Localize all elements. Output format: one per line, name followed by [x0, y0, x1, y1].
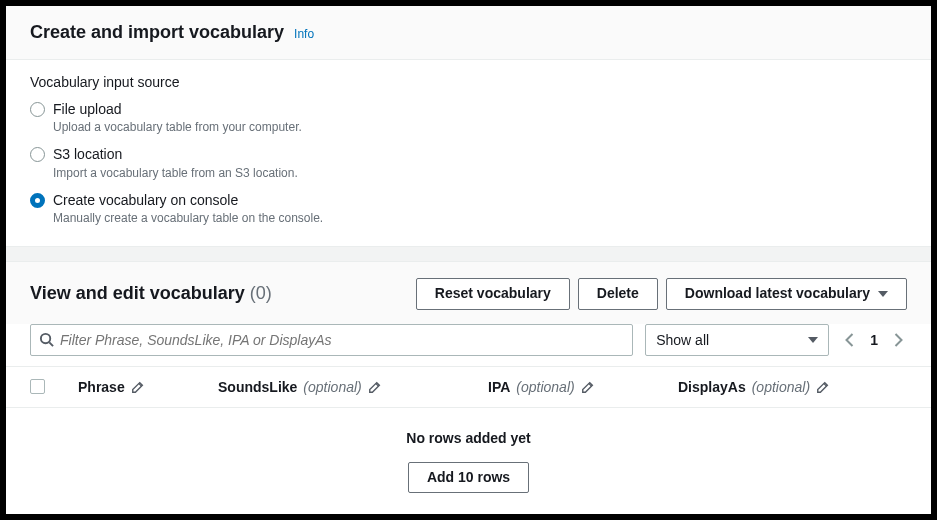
delete-button[interactable]: Delete [578, 278, 658, 310]
add-rows-button[interactable]: Add 10 rows [408, 462, 529, 494]
optional-label: (optional) [303, 379, 361, 395]
optional-label: (optional) [516, 379, 574, 395]
column-soundslike[interactable]: SoundsLike (optional) [218, 379, 488, 395]
radio-icon[interactable] [30, 102, 45, 117]
col-label: IPA [488, 379, 510, 395]
radio-desc: Upload a vocabulary table from your comp… [53, 119, 302, 135]
chevron-left-icon [845, 333, 854, 347]
view-edit-header: View and edit vocabulary (0) Reset vocab… [6, 262, 931, 324]
search-input-wrap[interactable] [30, 324, 633, 356]
edit-icon [816, 380, 830, 394]
chevron-down-icon [878, 291, 888, 297]
col-label: Phrase [78, 379, 125, 395]
radio-desc: Import a vocabulary table from an S3 loc… [53, 165, 298, 181]
empty-message: No rows added yet [30, 430, 907, 446]
column-ipa[interactable]: IPA (optional) [488, 379, 678, 395]
reset-vocabulary-button[interactable]: Reset vocabulary [416, 278, 570, 310]
download-label: Download latest vocabulary [685, 284, 870, 304]
empty-state: No rows added yet Add 10 rows [6, 408, 931, 514]
svg-line-1 [49, 343, 53, 347]
edit-icon [131, 380, 145, 394]
create-import-header: Create and import vocabulary Info [6, 6, 931, 60]
input-source-label: Vocabulary input source [30, 74, 907, 90]
table-header: Phrase SoundsLike (optional) IPA (option… [6, 366, 931, 408]
svg-point-0 [41, 334, 50, 343]
action-buttons: Reset vocabulary Delete Download latest … [416, 278, 907, 310]
radio-file-upload[interactable]: File upload Upload a vocabulary table fr… [30, 100, 907, 135]
download-latest-button[interactable]: Download latest vocabulary [666, 278, 907, 310]
next-page-button[interactable] [894, 333, 903, 347]
input-source-panel: Vocabulary input source File upload Uplo… [6, 60, 931, 246]
edit-icon [581, 380, 595, 394]
toolbar: Show all 1 [6, 324, 931, 366]
radio-create-on-console[interactable]: Create vocabulary on console Manually cr… [30, 191, 907, 226]
page-title: Create and import vocabulary [30, 22, 284, 43]
prev-page-button[interactable] [845, 333, 854, 347]
col-label: DisplayAs [678, 379, 746, 395]
chevron-down-icon [808, 337, 818, 343]
info-link[interactable]: Info [294, 27, 314, 41]
optional-label: (optional) [752, 379, 810, 395]
filter-value: Show all [656, 332, 709, 348]
radio-title: Create vocabulary on console [53, 191, 323, 209]
search-icon [39, 332, 54, 347]
select-all-checkbox[interactable] [30, 379, 45, 394]
col-label: SoundsLike [218, 379, 297, 395]
radio-s3-location[interactable]: S3 location Import a vocabulary table fr… [30, 145, 907, 180]
select-all-column [30, 379, 78, 394]
chevron-right-icon [894, 333, 903, 347]
section-divider [6, 246, 931, 262]
radio-icon[interactable] [30, 193, 45, 208]
pagination: 1 [841, 332, 907, 348]
radio-title: File upload [53, 100, 302, 118]
row-count: (0) [250, 283, 272, 303]
radio-desc: Manually create a vocabulary table on th… [53, 210, 323, 226]
view-edit-title-text: View and edit vocabulary [30, 283, 245, 303]
page-number: 1 [870, 332, 878, 348]
view-edit-title: View and edit vocabulary (0) [30, 283, 272, 304]
radio-icon[interactable] [30, 147, 45, 162]
column-phrase[interactable]: Phrase [78, 379, 218, 395]
filter-select[interactable]: Show all [645, 324, 829, 356]
radio-title: S3 location [53, 145, 298, 163]
column-displayas[interactable]: DisplayAs (optional) [678, 379, 907, 395]
edit-icon [368, 380, 382, 394]
filter-input[interactable] [60, 332, 624, 348]
